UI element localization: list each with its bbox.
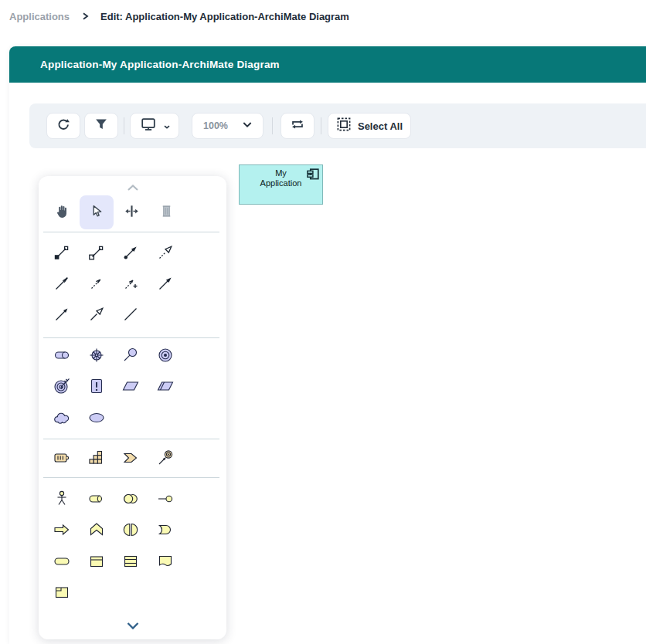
contract-shape[interactable] <box>121 552 140 571</box>
palette-relationships-row-3 <box>53 305 175 324</box>
component-icon <box>307 168 319 183</box>
business-service-shape[interactable] <box>53 552 71 571</box>
palette-business-row-1 <box>53 490 175 508</box>
filter-icon <box>93 116 110 136</box>
palette-empty-cell <box>121 408 140 427</box>
toolbar-divider <box>321 117 321 134</box>
pan-tool[interactable] <box>45 195 79 229</box>
palette-business-row-3 <box>53 552 175 571</box>
breadcrumb-applications-link[interactable]: Applications <box>9 11 70 22</box>
select-all-icon <box>336 117 352 135</box>
assessment-shape[interactable] <box>121 346 140 364</box>
filter-button[interactable] <box>84 113 118 139</box>
palette-divider <box>43 477 219 478</box>
diagram-toolbar: 100% Select All <box>29 103 646 148</box>
palette-empty-cell <box>156 305 175 324</box>
zoom-chevron-icon <box>241 118 253 134</box>
select-all-label: Select All <box>358 120 403 132</box>
palette-business-row-2 <box>53 520 175 539</box>
assignment-relationship[interactable] <box>121 243 140 262</box>
driver-shape[interactable] <box>87 346 106 364</box>
access-relationship[interactable] <box>121 274 140 293</box>
select-all-button[interactable]: Select All <box>328 113 411 139</box>
column-tool[interactable] <box>149 195 183 229</box>
palette-relationships-row-2 <box>53 274 175 293</box>
page-title: Application-My Application-ArchiMate Dia… <box>40 59 280 70</box>
palette-scroll-down[interactable] <box>39 620 226 635</box>
palette-empty-cell <box>156 408 175 427</box>
zoom-level-value: 100% <box>203 120 228 131</box>
cursor-icon <box>88 202 106 223</box>
business-process-shape[interactable] <box>53 520 71 539</box>
principle-shape[interactable] <box>87 377 106 395</box>
column-icon <box>158 202 175 223</box>
palette-motivation-row-1 <box>53 346 175 364</box>
canvas-element-my-application[interactable]: My Application <box>239 164 323 205</box>
canvas-element-label: My Application <box>254 168 308 188</box>
diagram-editor-page: Applications Edit: Application-My Applic… <box>0 0 646 644</box>
serving-relationship[interactable] <box>53 274 71 293</box>
breadcrumb-current: Edit: Application-My Application-ArchiMa… <box>100 11 349 22</box>
cycle-layout-button[interactable] <box>280 113 314 139</box>
composition-relationship[interactable] <box>53 243 71 262</box>
meaning-shape[interactable] <box>53 408 71 427</box>
palette-empty-cell <box>87 583 106 602</box>
toolbar-divider <box>124 117 124 134</box>
palette-strategy-row <box>53 449 175 467</box>
business-collaboration-shape[interactable] <box>121 490 140 508</box>
requirement-shape[interactable] <box>121 377 140 395</box>
toolbar-divider <box>272 117 273 134</box>
value-stream-shape[interactable] <box>121 449 140 467</box>
select-tool[interactable] <box>80 195 114 229</box>
realization-relationship[interactable] <box>156 243 175 262</box>
value-shape[interactable] <box>87 408 106 427</box>
chevron-right-icon <box>80 12 90 21</box>
business-interface-shape[interactable] <box>156 490 175 508</box>
business-actor-shape[interactable] <box>53 490 71 508</box>
split-tool[interactable] <box>114 195 148 229</box>
display-icon <box>140 116 157 136</box>
business-event-shape[interactable] <box>156 520 175 539</box>
chevron-down-icon <box>124 620 142 635</box>
resource-shape[interactable] <box>53 449 71 467</box>
chevron-up-icon <box>124 182 141 196</box>
palette-motivation-row-2 <box>53 377 175 395</box>
triggering-relationship[interactable] <box>156 274 175 293</box>
breadcrumb: Applications Edit: Application-My Applic… <box>9 8 349 25</box>
aggregation-relationship[interactable] <box>87 243 106 262</box>
hand-icon <box>53 202 71 223</box>
outcome-shape[interactable] <box>53 377 71 395</box>
palette-business-row-4 <box>53 583 175 602</box>
display-caret-icon <box>164 119 170 133</box>
association-relationship[interactable] <box>121 305 140 324</box>
flow-relationship[interactable] <box>53 305 71 324</box>
capability-shape[interactable] <box>87 449 106 467</box>
cycle-icon <box>289 116 306 136</box>
palette-divider <box>43 439 219 439</box>
display-button[interactable] <box>130 113 179 139</box>
refresh-button[interactable] <box>46 113 80 139</box>
diagram-card: Application-My Application-ArchiMate Dia… <box>9 46 646 644</box>
representation-shape[interactable] <box>156 552 175 571</box>
palette-motivation-row-3 <box>53 408 175 427</box>
stakeholder-shape[interactable] <box>53 346 71 364</box>
course-of-action-shape[interactable] <box>156 449 175 467</box>
refresh-icon <box>55 116 72 136</box>
product-shape[interactable] <box>53 583 71 602</box>
shape-palette <box>39 176 226 639</box>
palette-scroll-up[interactable] <box>39 182 226 196</box>
palette-divider <box>43 337 219 338</box>
business-role-shape[interactable] <box>87 490 106 508</box>
palette-tools-group <box>45 195 183 229</box>
goal-shape[interactable] <box>156 346 175 364</box>
palette-empty-cell <box>121 583 140 602</box>
business-object-shape[interactable] <box>87 552 106 571</box>
zoom-select[interactable]: 100% <box>192 113 264 139</box>
constraint-shape[interactable] <box>156 377 175 395</box>
business-interaction-shape[interactable] <box>121 520 140 539</box>
influence-relationship[interactable] <box>87 274 106 293</box>
palette-relationships-row-1 <box>53 243 175 262</box>
split-arrows-icon <box>123 202 141 223</box>
business-function-shape[interactable] <box>87 520 106 539</box>
specialization-relationship[interactable] <box>87 305 106 324</box>
